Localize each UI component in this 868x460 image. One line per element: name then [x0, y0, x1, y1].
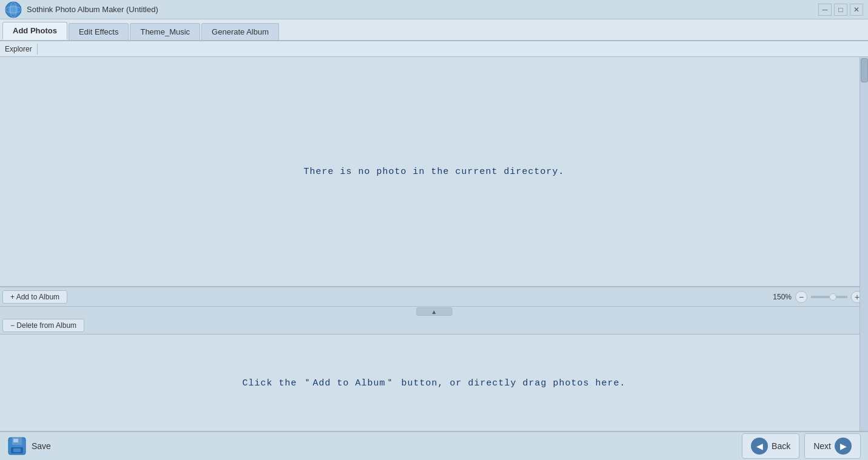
collapse-bar[interactable]: ▲ [0, 307, 868, 316]
tab-theme-music[interactable]: Theme_Music [130, 23, 200, 40]
right-scrollbar[interactable] [860, 57, 868, 431]
scrollbar-thumb[interactable] [861, 58, 868, 82]
tab-edit-effects[interactable]: Edit Effects [69, 23, 129, 40]
next-button[interactable]: Next ▶ [804, 433, 861, 459]
maximize-button[interactable]: □ [834, 4, 847, 16]
zoom-slider-thumb [829, 293, 836, 301]
close-button[interactable]: ✕ [850, 4, 863, 16]
album-drop-panel: Click the ＂Add to Album＂ button, or dire… [0, 335, 868, 431]
footer-right: ◀ Back Next ▶ [742, 433, 861, 459]
zoom-controls: 150% − + [773, 291, 868, 303]
divider-panel-left: + Add to Album [2, 290, 67, 304]
zoom-level: 150% [773, 293, 792, 301]
zoom-out-button[interactable]: − [795, 291, 807, 303]
drag-drop-message: Click the ＂Add to Album＂ button, or dire… [242, 377, 625, 388]
collapse-arrow-button[interactable]: ▲ [416, 307, 453, 316]
delete-from-album-button[interactable]: − Delete from Album [2, 319, 84, 332]
tab-generate-album[interactable]: Generate Album [201, 23, 279, 40]
save-label: Save [32, 441, 51, 451]
minimize-button[interactable]: ─ [818, 4, 832, 16]
title-bar-controls: ─ □ ✕ [818, 4, 863, 16]
app-icon [5, 1, 22, 18]
explorer-bar: Explorer [0, 41, 868, 57]
next-label: Next [813, 441, 831, 451]
back-button[interactable]: ◀ Back [742, 433, 799, 459]
title-bar: Sothink Photo Album Maker (Untitled) ─ □… [0, 0, 868, 19]
footer: Save ◀ Back Next ▶ [0, 431, 868, 460]
divider-panel: + Add to Album 150% − + [0, 287, 868, 307]
back-label: Back [772, 441, 790, 451]
tab-add-photos[interactable]: Add Photos [2, 22, 67, 40]
file-browser-panel: There is no photo in the current directo… [0, 57, 868, 287]
footer-left: Save [7, 436, 51, 456]
window-title: Sothink Photo Album Maker (Untitled) [27, 5, 158, 14]
svg-rect-6 [13, 439, 18, 442]
svg-point-1 [8, 5, 18, 15]
title-bar-left: Sothink Photo Album Maker (Untitled) [5, 1, 158, 18]
zoom-slider[interactable] [811, 296, 847, 298]
collapse-arrow-icon: ▲ [431, 308, 437, 315]
no-photo-message: There is no photo in the current directo… [303, 167, 564, 177]
back-arrow-icon: ◀ [751, 438, 768, 455]
save-icon [7, 436, 27, 456]
explorer-label: Explorer [5, 45, 32, 53]
tab-bar: Add Photos Edit Effects Theme_Music Gene… [0, 19, 868, 41]
main-area: There is no photo in the current directo… [0, 57, 868, 431]
add-to-album-button[interactable]: + Add to Album [2, 290, 67, 304]
delete-bar: − Delete from Album [0, 316, 868, 335]
explorer-divider [37, 44, 38, 55]
next-arrow-icon: ▶ [835, 438, 852, 455]
svg-rect-8 [13, 448, 21, 452]
